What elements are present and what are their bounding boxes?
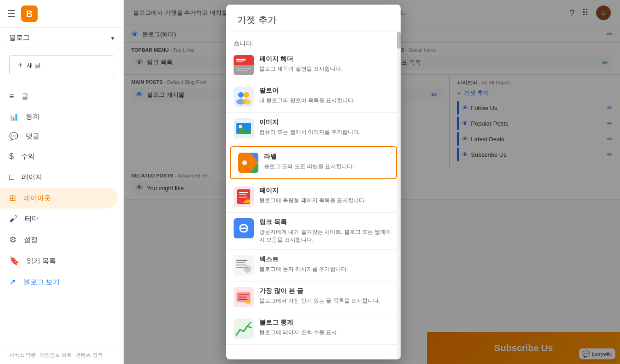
link-icon-wrap: [234, 218, 254, 238]
add-gadget-modal: 가젯 추가 습니다. 페이지 헤더 블: [226, 5, 401, 359]
gadget-popular-desc: 블로그에서 가장 인기 있는 글 목록을 표시합니다.: [259, 297, 393, 305]
svg-rect-34: [236, 267, 245, 268]
svg-rect-2: [236, 59, 246, 61]
blog-label: 블로그: [9, 33, 107, 42]
svg-rect-42: [238, 299, 247, 300]
sidebar-item-reading[interactable]: 🔖 읽기 목록: [0, 250, 118, 271]
scrollbar-thumb[interactable]: [397, 32, 401, 49]
svg-text:": ": [246, 267, 248, 272]
new-post-label: 새 글: [27, 61, 41, 70]
modal-intro: 습니다.: [226, 36, 401, 50]
gadget-page-header-text: 페이지 헤더 블로그 제목과 설명을 표시합니다.: [259, 55, 393, 73]
stats-icon: 📊: [9, 112, 18, 121]
gadget-label-text: 라벨 블로그 글의 모든 라벨을 표시합니다.: [264, 153, 389, 171]
gadget-page-header-name: 페이지 헤더: [259, 55, 393, 63]
svg-rect-32: [236, 262, 246, 263]
modal-header: 가젯 추가: [226, 5, 401, 32]
sidebar-item-view[interactable]: ↗ 블로그 보기: [0, 271, 118, 292]
svg-rect-25: [239, 197, 247, 198]
gadget-image-name: 이미지: [259, 118, 393, 127]
blogger-logo: B: [21, 6, 38, 22]
image-icon-wrap: [234, 118, 254, 138]
new-post-button[interactable]: + 새 글: [9, 55, 114, 75]
sidebar: ☰ B 블로그 ▾ + 새 글 ≡ 글 📊 통계 💬 댓글 $ 수익 □ 페이지: [0, 0, 124, 364]
svg-point-13: [239, 125, 242, 128]
settings-icon: ⚙: [9, 235, 17, 245]
gadget-image[interactable]: 이미지 컴퓨터 또는 웹에서 이미지를 추가합니다.: [226, 113, 401, 144]
gadget-follower-name: 팔로어: [259, 87, 393, 95]
sidebar-label-settings: 설정: [24, 236, 38, 244]
gadget-label-desc: 블로그 글의 모든 라벨을 표시합니다.: [264, 163, 389, 171]
svg-rect-41: [238, 297, 246, 298]
gadget-stats-desc: 블로그에 페이지 조회 수를 표시: [259, 329, 393, 336]
gadget-link-list-desc: 방문자에게 내가 즐겨찾는 사이트, 블로그 또는 웹페이지 모음을 표시합니다…: [259, 228, 393, 244]
gadget-stats-name: 블로그 통계: [259, 319, 393, 327]
sidebar-nav: ≡ 글 📊 통계 💬 댓글 $ 수익 □ 페이지 ⊞ 레이아웃 🖌 테마 ⚙: [0, 83, 123, 346]
theme-icon: 🖌: [9, 214, 17, 224]
blog-selector[interactable]: 블로그 ▾: [0, 28, 123, 48]
gadget-link-list-text: 링크 목록 방문자에게 내가 즐겨찾는 사이트, 블로그 또는 웹페이지 모음을…: [259, 218, 393, 244]
label-icon-wrap: [238, 153, 258, 173]
popular-icon-wrap: [234, 287, 254, 307]
earnings-icon: $: [9, 152, 14, 161]
text-icon-wrap: ": [234, 255, 254, 276]
gadget-image-text: 이미지 컴퓨터 또는 웹에서 이미지를 추가합니다.: [259, 118, 393, 136]
gadget-popular[interactable]: 가장 많이 본 글 블로그에서 가장 인기 있는 글 목록을 표시합니다.: [226, 281, 401, 313]
modal-title: 가젯 추가: [237, 15, 277, 25]
svg-rect-31: [236, 260, 247, 261]
sidebar-label-stats: 통계: [26, 112, 39, 121]
svg-point-27: [246, 199, 250, 203]
sidebar-item-earnings[interactable]: $ 수익: [0, 146, 118, 167]
gadget-page-header-desc: 블로그 제목과 설명을 표시합니다.: [259, 65, 393, 73]
svg-rect-4: [236, 68, 251, 69]
svg-rect-44: [234, 319, 254, 339]
plus-icon: +: [18, 61, 23, 70]
svg-point-8: [244, 92, 249, 98]
gadget-follower-desc: 내 블로그의 팔로어 목록을 표시합니다.: [259, 97, 393, 105]
pages-icon: □: [9, 172, 14, 182]
gadget-page[interactable]: 페이지 블로그에 독립형 페이지 목록을 표시합니다.: [226, 181, 401, 213]
gadget-link-list-name: 링크 목록: [259, 218, 393, 226]
gadget-label[interactable]: 라벨 블로그 글의 모든 라벨을 표시합니다.: [230, 146, 397, 179]
sidebar-item-settings[interactable]: ⚙ 설정: [0, 229, 118, 250]
svg-point-10: [242, 99, 251, 105]
sidebar-label-view: 블로그 보기: [23, 278, 60, 287]
svg-rect-3: [236, 61, 243, 62]
gadget-text-text: 텍스트 블로그에 문자 메시지를 추가합니다.: [259, 255, 393, 273]
sidebar-label-earnings: 수익: [21, 152, 35, 161]
layout-icon: ⊞: [9, 193, 16, 203]
sidebar-item-layout[interactable]: ⊞ 레이아웃: [0, 188, 118, 209]
gadget-stats[interactable]: 블로그 통계 블로그에 페이지 조회 수를 표시: [226, 313, 401, 345]
gadget-popular-text: 가장 많이 본 글 블로그에서 가장 인기 있는 글 목록을 표시합니다.: [259, 287, 393, 305]
svg-rect-40: [238, 294, 249, 295]
svg-rect-33: [236, 265, 246, 265]
svg-rect-24: [239, 194, 246, 195]
sidebar-item-stats[interactable]: 📊 통계: [0, 107, 118, 127]
gadget-page-header[interactable]: 페이지 헤더 블로그 제목과 설명을 표시합니다.: [226, 50, 401, 81]
sidebar-label-posts: 글: [22, 92, 28, 101]
hamburger-icon[interactable]: ☰: [7, 8, 16, 19]
modal-body: 습니다. 페이지 헤더 블로그 제목과 설명을 표시합니다.: [226, 32, 401, 359]
gadget-text-desc: 블로그에 문자 메시지를 추가합니다.: [259, 265, 393, 273]
gadget-page-desc: 블로그에 독립형 페이지 목록을 표시합니다.: [259, 197, 393, 204]
sidebar-label-reading: 읽기 목록: [27, 257, 56, 265]
sidebar-item-pages[interactable]: □ 페이지: [0, 167, 118, 188]
svg-rect-23: [239, 192, 248, 193]
posts-icon: ≡: [9, 92, 14, 101]
sidebar-label-layout: 레이아웃: [23, 194, 51, 203]
sidebar-header: ☰ B: [0, 0, 123, 28]
follower-icon-wrap: [234, 87, 254, 107]
sidebar-item-posts[interactable]: ≡ 글: [0, 86, 118, 107]
page-header-icon-wrap: [234, 55, 254, 75]
comments-icon: 💬: [9, 132, 18, 141]
sidebar-item-comments[interactable]: 💬 댓글: [0, 127, 118, 146]
gadget-page-text: 페이지 블로그에 독립형 페이지 목록을 표시합니다.: [259, 187, 393, 204]
gadget-link-list[interactable]: 링크 목록 방문자에게 내가 즐겨찾는 사이트, 블로그 또는 웹페이지 모음을…: [226, 213, 401, 250]
gadget-stats-text: 블로그 통계 블로그에 페이지 조회 수를 표시: [259, 319, 393, 336]
sidebar-item-theme[interactable]: 🖌 테마: [0, 209, 118, 229]
gadget-text[interactable]: " 텍스트 블로그에 문자 메시지를 추가합니다.: [226, 250, 401, 281]
gadget-follower[interactable]: 팔로어 내 블로그의 팔로어 목록을 표시합니다.: [226, 81, 401, 113]
sidebar-label-comments: 댓글: [26, 132, 39, 141]
scrollbar-track: [397, 32, 401, 359]
svg-point-20: [242, 160, 247, 165]
